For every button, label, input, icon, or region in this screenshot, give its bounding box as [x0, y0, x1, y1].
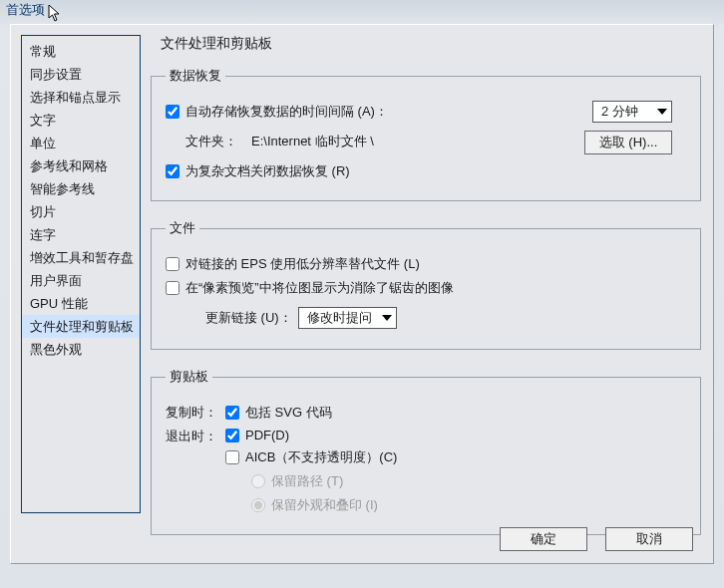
group-data-recovery: 数据恢复 自动存储恢复数据的时间间隔 (A)： 2 分钟 文件夹： E:\Int… — [151, 67, 701, 201]
on-copy-label: 复制时： — [166, 404, 217, 422]
dialog-button-row: 确定 取消 — [500, 527, 693, 551]
checkbox-aicb-input[interactable] — [225, 450, 239, 464]
checkbox-include-svg[interactable]: 包括 SVG 代码 — [225, 404, 332, 422]
checkbox-aicb[interactable]: AICB（不支持透明度）(C) — [225, 448, 397, 466]
checkbox-disable-complex-label: 为复杂文档关闭数据恢复 (R) — [185, 162, 350, 180]
select-update-links-value: 修改时提问 — [307, 309, 372, 327]
sidebar-item-type[interactable]: 文字 — [22, 109, 140, 132]
folder-path-text: E:\Internet 临时文件 \ — [251, 133, 374, 150]
sidebar-item-slices[interactable]: 切片 — [22, 200, 140, 223]
window-title: 首选项 — [6, 2, 45, 17]
category-sidebar: 常规 同步设置 选择和锚点显示 文字 单位 参考线和网格 智能参考线 切片 连字… — [21, 35, 141, 513]
group-clipboard: 剪贴板 复制时： 包括 SVG 代码 退出时： PDF(D) — [151, 368, 701, 535]
checkbox-disable-complex-input[interactable] — [166, 164, 180, 178]
sidebar-item-gpu[interactable]: GPU 性能 — [22, 292, 140, 315]
radio-preserve-paths-label: 保留路径 (T) — [271, 472, 343, 490]
sidebar-item-units[interactable]: 单位 — [22, 132, 140, 154]
group-legend-files: 文件 — [166, 219, 199, 237]
on-quit-label: 退出时： — [166, 428, 217, 445]
sidebar-item-guides[interactable]: 参考线和网格 — [22, 154, 140, 177]
group-legend-recovery: 数据恢复 — [166, 67, 225, 85]
mouse-cursor-icon — [48, 4, 64, 24]
checkbox-pixel-preview-aa-label: 在“像素预览”中将位图显示为消除了锯齿的图像 — [185, 279, 454, 297]
checkbox-pdf[interactable]: PDF(D) — [225, 428, 397, 442]
checkbox-auto-save-recovery-input[interactable] — [166, 105, 180, 119]
update-links-label: 更新链接 (U)： — [205, 309, 292, 327]
checkbox-auto-save-recovery[interactable]: 自动存储恢复数据的时间间隔 (A)： — [166, 103, 388, 121]
group-files: 文件 对链接的 EPS 使用低分辨率替代文件 (L) 在“像素预览”中将位图显示… — [151, 219, 701, 350]
ok-button[interactable]: 确定 — [500, 527, 587, 551]
sidebar-item-plugins[interactable]: 增效工具和暂存盘 — [22, 246, 140, 269]
sidebar-item-ui[interactable]: 用户界面 — [22, 269, 140, 292]
select-recovery-interval-value: 2 分钟 — [601, 103, 638, 121]
checkbox-low-res-eps-input[interactable] — [166, 257, 180, 271]
checkbox-pixel-preview-aa-input[interactable] — [166, 281, 180, 295]
radio-preserve-paths-input — [251, 474, 265, 488]
preferences-panel: 常规 同步设置 选择和锚点显示 文字 单位 参考线和网格 智能参考线 切片 连字… — [10, 24, 714, 564]
checkbox-disable-complex[interactable]: 为复杂文档关闭数据恢复 (R) — [166, 162, 350, 180]
window-titlebar: 首选项 — [0, 0, 724, 20]
group-legend-clipboard: 剪贴板 — [166, 368, 212, 386]
chevron-down-icon — [382, 315, 392, 321]
cancel-button[interactable]: 取消 — [605, 527, 693, 551]
content-area: 文件处理和剪贴板 数据恢复 自动存储恢复数据的时间间隔 (A)： 2 分钟 文件… — [151, 35, 701, 513]
radio-preserve-appearance-input — [251, 498, 265, 512]
sidebar-item-general[interactable]: 常规 — [22, 40, 140, 63]
page-title: 文件处理和剪贴板 — [151, 35, 701, 53]
radio-preserve-appearance-label: 保留外观和叠印 (I) — [271, 496, 378, 514]
checkbox-auto-save-recovery-label: 自动存储恢复数据的时间间隔 (A)： — [185, 103, 388, 121]
checkbox-pixel-preview-aa[interactable]: 在“像素预览”中将位图显示为消除了锯齿的图像 — [166, 279, 454, 297]
sidebar-item-smart-guides[interactable]: 智能参考线 — [22, 177, 140, 200]
folder-label: 文件夹： — [185, 133, 237, 150]
sidebar-item-selection[interactable]: 选择和锚点显示 — [22, 86, 140, 109]
checkbox-low-res-eps-label: 对链接的 EPS 使用低分辨率替代文件 (L) — [185, 255, 420, 273]
select-update-links[interactable]: 修改时提问 — [298, 307, 397, 329]
sidebar-item-file-clipboard[interactable]: 文件处理和剪贴板 — [22, 315, 140, 338]
checkbox-pdf-input[interactable] — [225, 429, 239, 442]
sidebar-item-black[interactable]: 黑色外观 — [22, 338, 140, 361]
chevron-down-icon — [657, 109, 667, 115]
checkbox-aicb-label: AICB（不支持透明度）(C) — [245, 448, 397, 466]
sidebar-item-sync[interactable]: 同步设置 — [22, 63, 140, 86]
checkbox-include-svg-label: 包括 SVG 代码 — [245, 404, 332, 422]
select-recovery-interval[interactable]: 2 分钟 — [592, 101, 672, 123]
radio-preserve-appearance: 保留外观和叠印 (I) — [251, 496, 397, 514]
checkbox-low-res-eps[interactable]: 对链接的 EPS 使用低分辨率替代文件 (L) — [166, 255, 420, 273]
checkbox-include-svg-input[interactable] — [225, 406, 239, 420]
radio-preserve-paths: 保留路径 (T) — [251, 472, 397, 490]
choose-folder-button[interactable]: 选取 (H)... — [584, 131, 672, 154]
checkbox-pdf-label: PDF(D) — [245, 428, 289, 442]
sidebar-item-hyphenation[interactable]: 连字 — [22, 223, 140, 246]
